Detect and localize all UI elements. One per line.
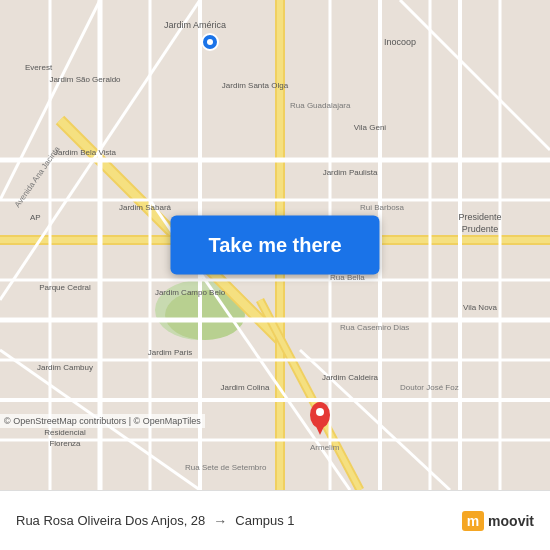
svg-text:Presidente: Presidente xyxy=(458,212,501,222)
svg-text:Jardim Campo Belo: Jardim Campo Belo xyxy=(155,288,226,297)
route-arrow: → xyxy=(213,513,227,529)
svg-text:Rua Casemiro Dias: Rua Casemiro Dias xyxy=(340,323,409,332)
svg-text:AP: AP xyxy=(30,213,41,222)
moovit-letter: m xyxy=(462,511,484,531)
route-from: Rua Rosa Oliveira Dos Anjos, 28 xyxy=(16,513,205,528)
map-attribution: © OpenStreetMap contributors | © OpenMap… xyxy=(0,414,205,428)
svg-text:Inocoop: Inocoop xyxy=(384,37,416,47)
svg-text:Rua Guadalajara: Rua Guadalajara xyxy=(290,101,351,110)
svg-text:Jardim Cambuy: Jardim Cambuy xyxy=(37,363,93,372)
route-info: Rua Rosa Oliveira Dos Anjos, 28 → Campus… xyxy=(16,513,462,529)
svg-text:Armelim: Armelim xyxy=(310,443,340,452)
svg-text:Vila Nova: Vila Nova xyxy=(463,303,498,312)
svg-text:Residencial: Residencial xyxy=(44,428,86,437)
svg-text:Jardim Santa Olga: Jardim Santa Olga xyxy=(222,81,289,90)
svg-text:Parque Cedral: Parque Cedral xyxy=(39,283,91,292)
svg-text:Vila Geni: Vila Geni xyxy=(354,123,387,132)
moovit-logo: m moovit xyxy=(462,511,534,531)
svg-text:Rui Barbosa: Rui Barbosa xyxy=(360,203,405,212)
svg-text:Jardim Colina: Jardim Colina xyxy=(221,383,270,392)
svg-point-63 xyxy=(207,39,213,45)
route-to: Campus 1 xyxy=(235,513,294,528)
svg-text:Jardim São Geraldo: Jardim São Geraldo xyxy=(49,75,121,84)
svg-text:Jardim Caldeira: Jardim Caldeira xyxy=(322,373,379,382)
svg-text:Jardim Paulista: Jardim Paulista xyxy=(323,168,378,177)
svg-text:Prudente: Prudente xyxy=(462,224,499,234)
bottom-bar: Rua Rosa Oliveira Dos Anjos, 28 → Campus… xyxy=(0,490,550,550)
svg-text:Jardim Bela Vista: Jardim Bela Vista xyxy=(54,148,117,157)
svg-text:Jardim Sabará: Jardim Sabará xyxy=(119,203,172,212)
moovit-wordmark: moovit xyxy=(488,513,534,529)
svg-text:Jardim Paris: Jardim Paris xyxy=(148,348,192,357)
svg-text:Florenza: Florenza xyxy=(49,439,81,448)
svg-text:Everest: Everest xyxy=(25,63,53,72)
svg-point-66 xyxy=(316,408,324,416)
take-me-there-button[interactable]: Take me there xyxy=(170,216,379,275)
svg-text:Jardim América: Jardim América xyxy=(164,20,226,30)
svg-text:Rua Sete de Setembro: Rua Sete de Setembro xyxy=(185,463,267,472)
map-container: Avenida Ana Jacinta Rua Guadalajara Rui … xyxy=(0,0,550,490)
svg-text:Doutor José Foz: Doutor José Foz xyxy=(400,383,459,392)
